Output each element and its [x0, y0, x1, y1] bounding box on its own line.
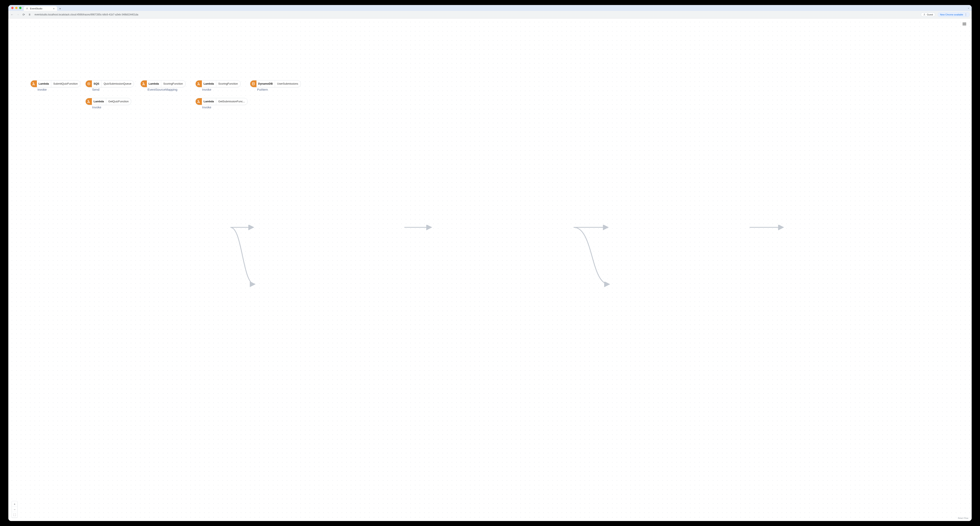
node-scoringfunction-esm[interactable]: Lambda ScoringFunction [140, 80, 186, 87]
node-service: Lambda [92, 98, 106, 105]
menu-button[interactable] [963, 23, 966, 25]
more-icon: ⋮ [964, 13, 967, 16]
tab-strip: EventStudio × + ⌄ [8, 5, 972, 11]
node-caption: PutItem [257, 88, 268, 91]
address-bar[interactable]: eventstudio.localhost.localstack.cloud:4… [34, 13, 918, 16]
node-resource: GetSubmissionFunc... [216, 98, 248, 105]
node-caption: Invoke [38, 88, 47, 91]
node-resource: ScoringFunction [161, 80, 185, 87]
window-maximize-button[interactable] [19, 7, 21, 9]
node-usersubmissions[interactable]: DynamoDB UserSubmissions [250, 80, 301, 87]
svg-point-0 [924, 14, 925, 14]
favicon-icon [26, 7, 28, 10]
node-resource: GetQuizFunction [106, 98, 131, 105]
lambda-icon [31, 80, 37, 87]
new-tab-button[interactable]: + [59, 6, 61, 11]
chrome-update-button[interactable]: New Chrome available ⋮ [938, 12, 970, 17]
node-resource: UserSubmissions [275, 80, 301, 87]
svg-point-2 [252, 82, 255, 83]
node-getquizfunction[interactable]: Lambda GetQuizFunction [86, 98, 131, 105]
node-service: Lambda [37, 80, 51, 87]
zoom-out-button[interactable]: − [12, 507, 17, 512]
node-service: DynamoDB [256, 80, 275, 87]
user-icon [923, 13, 926, 16]
canvas-grid[interactable] [8, 19, 972, 521]
sqs-icon [86, 80, 92, 87]
lambda-icon [86, 98, 92, 105]
node-resource: QuizSubmissionQueue [102, 80, 134, 87]
node-caption: Invoke [202, 88, 211, 91]
tab-title: EventStudio [30, 7, 42, 10]
node-caption: Invoke [202, 105, 211, 109]
app-viewport: Lambda SubmitQuizFunction Invoke SQS Qui… [8, 19, 972, 521]
window-minimize-button[interactable] [15, 7, 18, 9]
site-settings-button[interactable] [28, 13, 31, 16]
browser-window: EventStudio × + ⌄ ← → ⟳ eventstudio.loca… [8, 5, 972, 521]
lambda-icon [196, 98, 202, 105]
lambda-icon [141, 80, 147, 87]
nav-back-button[interactable]: ← [10, 13, 14, 16]
nav-reload-button[interactable]: ⟳ [22, 13, 25, 16]
node-caption: Send [92, 88, 99, 91]
tab-close-button[interactable]: × [52, 7, 55, 10]
canvas-controls: + − ⛶ [12, 501, 18, 518]
node-resource: ScoringFunction [216, 80, 240, 87]
dynamodb-icon [250, 80, 256, 87]
fit-view-button[interactable]: ⛶ [12, 512, 17, 518]
attribution-label: React Flow [958, 517, 968, 519]
node-quizsubmissionqueue[interactable]: SQS QuizSubmissionQueue [86, 80, 134, 87]
node-submitquizfunction[interactable]: Lambda SubmitQuizFunction [30, 80, 80, 87]
node-service: Lambda [202, 98, 216, 105]
window-controls [11, 7, 21, 9]
zoom-in-button[interactable]: + [12, 501, 17, 507]
nav-forward-button[interactable]: → [16, 13, 19, 16]
browser-tab[interactable]: EventStudio × [24, 6, 57, 11]
node-service: SQS [92, 80, 102, 87]
window-close-button[interactable] [11, 7, 14, 9]
profile-label: Guest [927, 13, 933, 16]
node-service: Lambda [147, 80, 161, 87]
node-getsubmissionfunction[interactable]: Lambda GetSubmissionFunc... [196, 98, 248, 105]
node-scoringfunction-invoke[interactable]: Lambda ScoringFunction [196, 80, 241, 87]
node-caption: Invoke [92, 105, 101, 109]
lambda-icon [196, 80, 202, 87]
browser-toolbar: ← → ⟳ eventstudio.localhost.localstack.c… [8, 11, 972, 19]
chrome-update-label: New Chrome available [940, 13, 963, 16]
tab-overflow-button[interactable]: ⌄ [967, 6, 970, 9]
node-service: Lambda [202, 80, 216, 87]
node-caption: EventSourceMapping [148, 88, 177, 91]
profile-button[interactable]: Guest [921, 13, 935, 17]
node-resource: SubmitQuizFunction [51, 80, 80, 87]
